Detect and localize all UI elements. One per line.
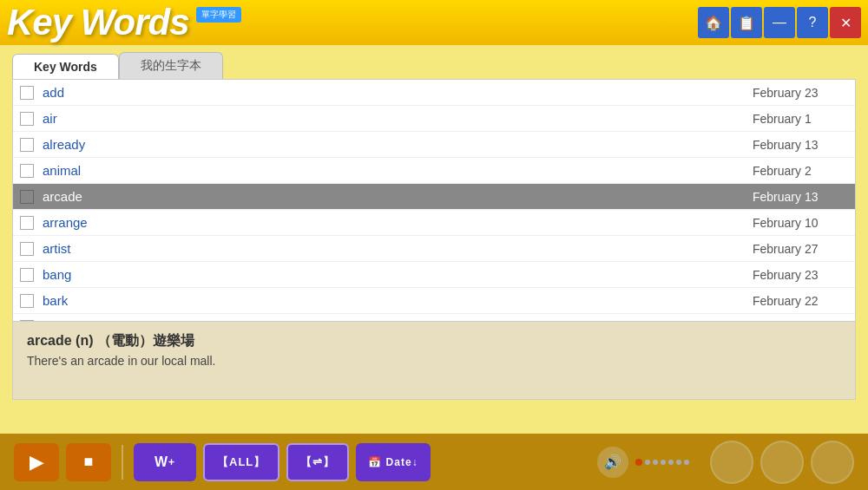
close-button[interactable]: ✕ — [830, 7, 861, 38]
word-date: February 23 — [753, 86, 848, 100]
word-text: arcade — [43, 189, 753, 204]
tab-mywords[interactable]: 我的生字本 — [119, 52, 223, 79]
top-bar: Key Words 單字學習 🏠 📋 — ? ✕ — [0, 0, 868, 45]
circle-btn-2[interactable] — [760, 441, 804, 484]
word-row[interactable]: arrangeFebruary 10 — [13, 210, 855, 236]
word-text: add — [43, 85, 753, 100]
vol-dot-1 — [635, 459, 642, 466]
word-text: air — [43, 111, 753, 126]
definition-word: arcade (n) （電動）遊樂場 — [27, 332, 841, 350]
word-checkbox[interactable] — [20, 190, 34, 204]
word-date: February 2 — [753, 164, 848, 178]
help-button[interactable]: ? — [797, 7, 828, 38]
word-checkbox[interactable] — [20, 294, 34, 308]
volume-control: 🔊 — [597, 447, 689, 478]
word-date: February 13 — [753, 190, 848, 204]
home-button[interactable]: 🏠 — [698, 7, 729, 38]
app-title: Key Words — [7, 2, 189, 43]
word-row[interactable]: animalFebruary 2 — [13, 158, 855, 184]
date-sort-button[interactable]: 📅 Date↓ — [356, 443, 430, 481]
vol-dot-7 — [684, 460, 689, 465]
word-checkbox[interactable] — [20, 268, 34, 282]
word-row[interactable]: beatFebruary 14 — [13, 314, 855, 321]
vol-dot-6 — [676, 460, 681, 465]
vol-dot-4 — [661, 460, 666, 465]
circle-btn-3[interactable] — [811, 441, 854, 484]
play-button[interactable]: ▶ — [14, 443, 59, 481]
top-nav: 🏠 📋 — ? ✕ — [698, 7, 861, 38]
word-row[interactable]: addFebruary 23 — [13, 80, 855, 106]
word-text: bark — [43, 293, 753, 308]
vol-dot-5 — [668, 460, 674, 465]
word-date: February 14 — [753, 320, 848, 322]
word-checkbox[interactable] — [20, 320, 34, 322]
word-row[interactable]: arcadeFebruary 13 — [13, 184, 855, 210]
tab-keywords[interactable]: Key Words — [12, 54, 119, 79]
word-text: beat — [43, 319, 753, 321]
vol-dot-3 — [653, 460, 658, 465]
bottom-toolbar: ▶ ■ W+ 【ALL】 【⇌】 📅 Date↓ 🔊 — [0, 434, 868, 490]
word-date: February 22 — [753, 294, 848, 308]
single-word-badge: 單字學習 — [196, 7, 241, 23]
word-row[interactable]: bangFebruary 23 — [13, 262, 855, 288]
volume-slider[interactable] — [635, 459, 689, 466]
word-checkbox[interactable] — [20, 86, 34, 100]
word-date: February 13 — [753, 138, 848, 152]
word-row[interactable]: alreadyFebruary 13 — [13, 132, 855, 158]
main-content: Key Words 我的生字本 addFebruary 23airFebruar… — [0, 45, 868, 442]
circle-btn-1[interactable] — [710, 441, 753, 484]
vol-dot-2 — [645, 460, 650, 465]
word-checkbox[interactable] — [20, 112, 34, 126]
volume-icon-button[interactable]: 🔊 — [597, 447, 628, 478]
word-date: February 23 — [753, 268, 848, 282]
word-row[interactable]: airFebruary 1 — [13, 106, 855, 132]
tabs-row: Key Words 我的生字本 — [12, 52, 856, 79]
definition-panel: arcade (n) （電動）遊樂場 There's an arcade in … — [12, 322, 856, 400]
word-list-container: addFebruary 23airFebruary 1alreadyFebrua… — [12, 79, 856, 322]
book-button[interactable]: 📋 — [731, 7, 762, 38]
word-date: February 1 — [753, 112, 848, 126]
stop-button[interactable]: ■ — [66, 443, 111, 481]
word-date: February 10 — [753, 216, 848, 230]
definition-example: There's an arcade in our local mall. — [27, 354, 841, 368]
all-button[interactable]: 【ALL】 — [203, 443, 279, 481]
add-word-button[interactable]: W+ — [134, 443, 196, 481]
word-row[interactable]: artistFebruary 27 — [13, 236, 855, 262]
toolbar-right-circles — [710, 441, 854, 484]
word-text: artist — [43, 241, 753, 256]
word-checkbox[interactable] — [20, 164, 34, 178]
minimize-button[interactable]: — — [764, 7, 795, 38]
toolbar-divider — [122, 445, 123, 480]
word-checkbox[interactable] — [20, 138, 34, 152]
word-text: bang — [43, 267, 753, 282]
word-list-scroll[interactable]: addFebruary 23airFebruary 1alreadyFebrua… — [13, 80, 855, 321]
word-checkbox[interactable] — [20, 242, 34, 256]
word-checkbox[interactable] — [20, 216, 34, 230]
word-text: animal — [43, 163, 753, 178]
word-row[interactable]: barkFebruary 22 — [13, 288, 855, 314]
shuffle-button[interactable]: 【⇌】 — [286, 443, 349, 481]
word-text: arrange — [43, 215, 753, 230]
word-text: already — [43, 137, 753, 152]
word-date: February 27 — [753, 242, 848, 256]
